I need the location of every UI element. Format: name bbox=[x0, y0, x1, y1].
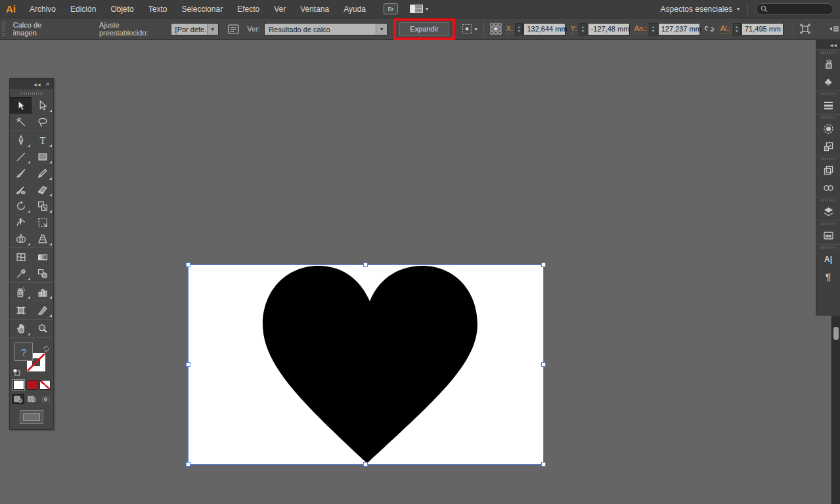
menu-efecto[interactable]: Efecto bbox=[230, 0, 267, 18]
height-label[interactable]: Al.: bbox=[720, 24, 731, 33]
symbols-panel-button[interactable]: ♣ bbox=[816, 73, 840, 91]
draw-inside-button[interactable] bbox=[39, 394, 52, 404]
blend-tool[interactable] bbox=[32, 265, 53, 282]
perspective-grid-tool[interactable] bbox=[32, 230, 53, 247]
menu-objeto[interactable]: Objeto bbox=[103, 0, 141, 18]
selection-handle-middle-right[interactable] bbox=[541, 362, 546, 367]
arrange-documents-button[interactable]: ▾ bbox=[410, 5, 428, 13]
default-fill-stroke-button[interactable] bbox=[12, 367, 20, 379]
symbol-sprayer-tool[interactable] bbox=[10, 284, 32, 300]
menu-texto[interactable]: Texto bbox=[141, 0, 175, 18]
expand-button[interactable]: Expandir bbox=[399, 22, 449, 36]
selection-handle-top-right[interactable] bbox=[541, 262, 546, 267]
menu-edicion[interactable]: Edición bbox=[63, 0, 103, 18]
color-button[interactable] bbox=[13, 380, 24, 390]
dock-grip[interactable] bbox=[816, 91, 840, 96]
screen-mode-button[interactable] bbox=[20, 410, 43, 424]
free-transform-tool[interactable] bbox=[32, 214, 53, 230]
select-similar-button[interactable]: ▾ bbox=[462, 24, 477, 34]
preset-dropdown[interactable]: [Por defe... ▼ bbox=[171, 23, 219, 35]
rectangle-tool[interactable] bbox=[32, 148, 53, 165]
menu-ayuda[interactable]: Ayuda bbox=[336, 0, 373, 18]
selection-tool[interactable] bbox=[10, 97, 32, 114]
view-dropdown[interactable]: Resultado de calco ▼ bbox=[264, 23, 387, 35]
width-label[interactable]: An.: bbox=[634, 24, 648, 33]
appearance-panel-button[interactable] bbox=[816, 120, 840, 138]
x-position-label[interactable]: X: bbox=[506, 24, 513, 33]
collapse-dock-icon[interactable]: ◀◀ bbox=[830, 43, 837, 47]
none-button[interactable] bbox=[39, 380, 51, 390]
layers-panel-button[interactable] bbox=[816, 203, 840, 220]
menu-ventana[interactable]: Ventana bbox=[293, 0, 336, 18]
type-tool[interactable]: T bbox=[32, 132, 53, 148]
dock-grip[interactable] bbox=[816, 156, 840, 161]
height-field[interactable]: 71,495 mm bbox=[741, 23, 784, 35]
character-panel-button[interactable]: A| bbox=[816, 250, 840, 268]
y-position-label[interactable]: Y: bbox=[570, 24, 577, 33]
line-segment-tool[interactable] bbox=[10, 148, 32, 165]
lasso-tool[interactable] bbox=[32, 114, 53, 130]
scale-tool[interactable] bbox=[32, 198, 53, 214]
width-stepper[interactable]: ▲▼ bbox=[649, 23, 657, 35]
direct-selection-tool[interactable] bbox=[32, 97, 53, 114]
workspace-switcher[interactable]: Aspectos esenciales ▾ bbox=[653, 5, 747, 14]
graphic-styles-panel-button[interactable] bbox=[816, 138, 840, 156]
vertical-scrollbar[interactable] bbox=[831, 316, 840, 504]
y-stepper[interactable]: ▲▼ bbox=[579, 23, 586, 35]
menu-archivo[interactable]: Archivo bbox=[22, 0, 63, 18]
pen-tool[interactable] bbox=[10, 132, 32, 148]
tools-panel-grip[interactable] bbox=[10, 89, 53, 97]
tracing-options-button[interactable] bbox=[228, 24, 239, 34]
gradient-tool[interactable] bbox=[32, 249, 53, 265]
brushes-panel-button[interactable] bbox=[816, 55, 840, 73]
close-icon[interactable]: × bbox=[46, 81, 50, 87]
dock-grip[interactable] bbox=[816, 245, 840, 250]
artboards-panel-button[interactable] bbox=[816, 226, 840, 244]
width-tool[interactable] bbox=[10, 214, 32, 230]
links-panel-button[interactable] bbox=[816, 179, 840, 197]
constrain-proportions-button[interactable] bbox=[704, 24, 715, 33]
control-bar-grip[interactable] bbox=[2, 22, 5, 36]
dock-grip[interactable] bbox=[816, 221, 840, 226]
y-position-field[interactable]: -127,48 mm bbox=[588, 23, 630, 35]
x-position-field[interactable]: 132,644 mm bbox=[523, 23, 565, 35]
selection-handle-bottom-center[interactable] bbox=[363, 462, 368, 467]
search-input[interactable] bbox=[770, 5, 827, 13]
eyedropper-tool[interactable] bbox=[10, 265, 32, 282]
menu-ver[interactable]: Ver bbox=[267, 0, 293, 18]
slice-tool[interactable] bbox=[32, 302, 53, 318]
traced-image[interactable] bbox=[188, 265, 543, 464]
width-field[interactable]: 127,237 mm bbox=[658, 23, 700, 35]
selection-handle-top-center[interactable] bbox=[363, 262, 368, 267]
dock-grip[interactable] bbox=[816, 198, 840, 203]
selection-handle-top-left[interactable] bbox=[186, 262, 190, 267]
panel-menu-button[interactable] bbox=[828, 25, 840, 33]
magic-wand-tool[interactable] bbox=[10, 114, 32, 130]
height-stepper[interactable]: ▲▼ bbox=[733, 23, 741, 35]
dock-grip[interactable] bbox=[816, 50, 840, 55]
mesh-tool[interactable] bbox=[10, 249, 32, 265]
artboard-tool[interactable] bbox=[10, 302, 32, 318]
blob-brush-tool[interactable] bbox=[10, 181, 32, 198]
shape-builder-tool[interactable] bbox=[10, 230, 32, 247]
menu-seleccionar[interactable]: Seleccionar bbox=[174, 0, 230, 18]
draw-behind-button[interactable] bbox=[26, 394, 38, 404]
stroke-panel-button[interactable] bbox=[816, 96, 840, 114]
transparency-panel-button[interactable] bbox=[816, 161, 840, 179]
rotate-tool[interactable] bbox=[10, 198, 32, 214]
hand-tool[interactable] bbox=[10, 320, 32, 337]
column-graph-tool[interactable] bbox=[32, 284, 53, 300]
selection-handle-bottom-right[interactable] bbox=[541, 462, 546, 467]
selection-handle-bottom-left[interactable] bbox=[186, 462, 190, 467]
collapse-panel-icon[interactable]: ◀◀ bbox=[33, 82, 41, 87]
dock-grip[interactable] bbox=[816, 115, 840, 120]
zoom-tool[interactable] bbox=[32, 320, 53, 337]
x-stepper[interactable]: ▲▼ bbox=[515, 23, 523, 35]
search-box[interactable] bbox=[756, 3, 833, 15]
transform-button[interactable] bbox=[799, 23, 811, 35]
reference-point-selector[interactable] bbox=[490, 23, 502, 35]
fill-color-indicator[interactable]: ? bbox=[14, 343, 33, 361]
bridge-button[interactable]: Br bbox=[384, 3, 398, 14]
paragraph-panel-button[interactable]: ¶ bbox=[816, 268, 840, 285]
scrollbar-thumb[interactable] bbox=[833, 327, 839, 340]
